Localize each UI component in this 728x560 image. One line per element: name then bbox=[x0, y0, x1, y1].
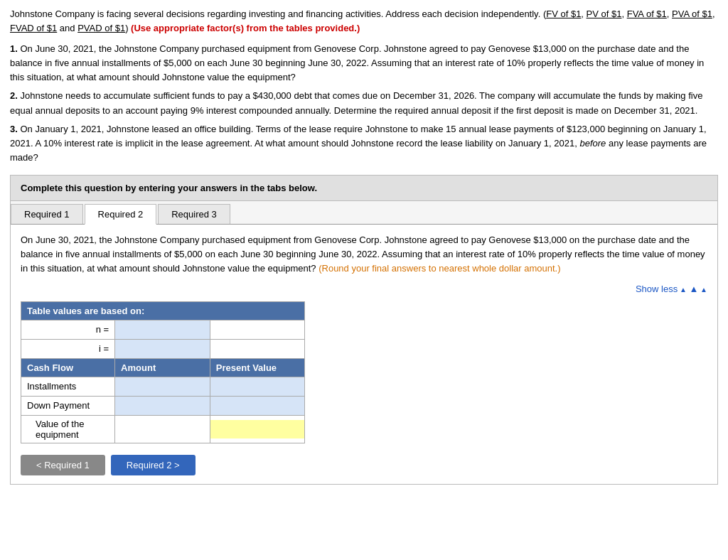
link-pvad[interactable]: PVAD of $1 bbox=[77, 23, 125, 33]
down-payment-row: Down Payment bbox=[21, 396, 305, 415]
col-amount: Amount bbox=[115, 358, 210, 377]
round-note: (Round your final answers to nearest who… bbox=[318, 263, 560, 274]
installments-pv-input[interactable] bbox=[210, 377, 304, 396]
tab-required-2[interactable]: Required 2 bbox=[85, 204, 157, 225]
equipment-value-pv-input[interactable] bbox=[210, 420, 304, 438]
tabs-container: Required 1 Required 2 Required 3 On June… bbox=[10, 201, 718, 484]
installments-row: Installments bbox=[21, 377, 305, 396]
q2-number: 2. bbox=[10, 90, 18, 101]
intro-text-main: Johnstone Company is facing several deci… bbox=[10, 9, 540, 19]
down-payment-pv-cell bbox=[210, 396, 304, 415]
question-3: 3. On January 1, 2021, Johnstone leased … bbox=[10, 122, 718, 165]
down-payment-label: Down Payment bbox=[21, 396, 115, 415]
q3-italic: before bbox=[579, 138, 606, 149]
col-headers-row: Cash Flow Amount Present Value bbox=[21, 358, 305, 377]
n-empty-cell bbox=[210, 320, 304, 339]
i-label: i = bbox=[21, 339, 115, 358]
tabs-row: Required 1 Required 2 Required 3 bbox=[11, 201, 717, 225]
installments-label: Installments bbox=[21, 377, 115, 396]
i-row: i = bbox=[21, 339, 305, 358]
col-pv: Present Value bbox=[210, 358, 304, 377]
show-less-button[interactable]: Show less ▲ bbox=[21, 284, 707, 294]
question-2: 2. Johnstone needs to accumulate suffici… bbox=[10, 89, 718, 117]
installments-pv-cell bbox=[210, 377, 304, 396]
show-less-icon: ▲ bbox=[687, 284, 707, 294]
tab-description: On June 30, 2021, the Johnstone Company … bbox=[21, 233, 707, 276]
q3-number: 3. bbox=[10, 124, 18, 134]
down-payment-pv-input[interactable] bbox=[210, 397, 304, 415]
table-values-based: Table values are based on: n = i = bbox=[21, 301, 305, 443]
down-payment-amount-input[interactable] bbox=[115, 397, 210, 415]
q1-number: 1. bbox=[10, 43, 18, 54]
link-fva[interactable]: FVA of $1 bbox=[627, 9, 667, 19]
intro-paragraph: Johnstone Company is facing several deci… bbox=[10, 7, 718, 35]
installments-amount-input[interactable] bbox=[115, 377, 210, 396]
tab-required-3[interactable]: Required 3 bbox=[158, 204, 230, 224]
link-fv[interactable]: FV of $1 bbox=[546, 9, 581, 19]
n-row: n = bbox=[21, 320, 305, 339]
tab-required-1[interactable]: Required 1 bbox=[11, 204, 83, 224]
n-label: n = bbox=[21, 320, 115, 339]
equipment-value-amount-cell bbox=[115, 415, 210, 443]
table-header: Table values are based on: bbox=[21, 301, 305, 320]
i-input[interactable] bbox=[115, 340, 210, 358]
n-input-cell bbox=[115, 320, 210, 339]
prev-button[interactable]: < Required 1 bbox=[21, 455, 105, 475]
down-payment-amount-cell bbox=[115, 396, 210, 415]
n-input[interactable] bbox=[115, 321, 210, 339]
installments-amount-cell bbox=[115, 377, 210, 396]
tab-content-area: On June 30, 2021, the Johnstone Company … bbox=[11, 225, 717, 483]
i-empty-cell bbox=[210, 339, 304, 358]
questions-block: 1. On June 30, 2021, the Johnstone Compa… bbox=[10, 42, 718, 165]
link-pva[interactable]: PVA of $1 bbox=[672, 9, 712, 19]
i-input-cell bbox=[115, 339, 210, 358]
col-cashflow: Cash Flow bbox=[21, 358, 115, 377]
q1-text: On June 30, 2021, the Johnstone Company … bbox=[10, 43, 704, 82]
equipment-value-row: Value of the equipment bbox=[21, 415, 305, 443]
link-pv[interactable]: PV of $1 bbox=[587, 9, 622, 19]
question-1: 1. On June 30, 2021, the Johnstone Compa… bbox=[10, 42, 718, 85]
nav-buttons: < Required 1 Required 2 > bbox=[21, 455, 707, 475]
next-button[interactable]: Required 2 > bbox=[111, 455, 196, 475]
equipment-value-label: Value of the equipment bbox=[21, 415, 115, 443]
complete-banner: Complete this question by entering your … bbox=[10, 175, 718, 201]
equipment-value-pv-cell bbox=[210, 415, 304, 443]
link-fvad[interactable]: FVAD of $1 bbox=[10, 23, 57, 33]
q2-text: Johnstone needs to accumulate sufficient… bbox=[10, 90, 702, 115]
instruction-text: (Use appropriate factor(s) from the tabl… bbox=[131, 23, 360, 33]
